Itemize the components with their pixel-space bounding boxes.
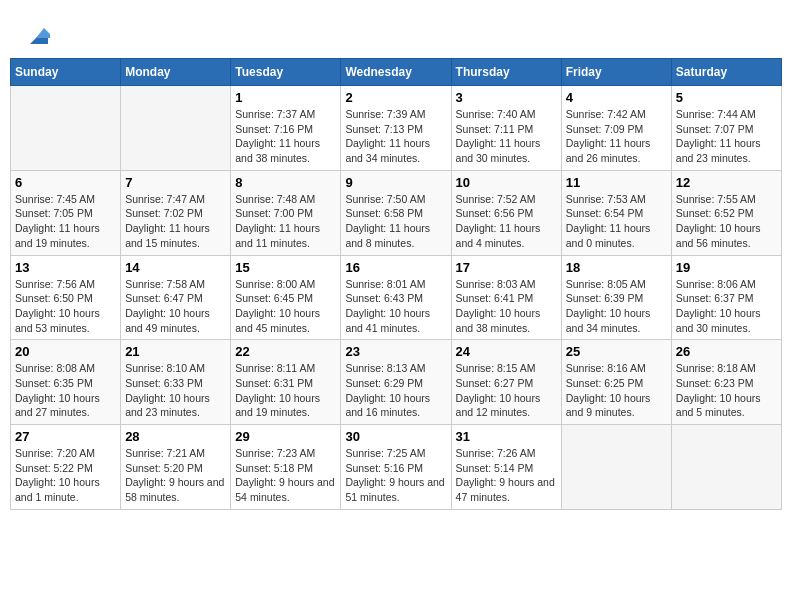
day-number: 25	[566, 344, 667, 359]
day-number: 26	[676, 344, 777, 359]
day-of-week-header: Tuesday	[231, 59, 341, 86]
calendar-header: SundayMondayTuesdayWednesdayThursdayFrid…	[11, 59, 782, 86]
day-number: 8	[235, 175, 336, 190]
day-info: Sunrise: 7:55 AM Sunset: 6:52 PM Dayligh…	[676, 192, 777, 251]
calendar-cell: 22Sunrise: 8:11 AM Sunset: 6:31 PM Dayli…	[231, 340, 341, 425]
day-info: Sunrise: 7:40 AM Sunset: 7:11 PM Dayligh…	[456, 107, 557, 166]
day-info: Sunrise: 7:53 AM Sunset: 6:54 PM Dayligh…	[566, 192, 667, 251]
calendar-cell: 8Sunrise: 7:48 AM Sunset: 7:00 PM Daylig…	[231, 170, 341, 255]
calendar-cell: 30Sunrise: 7:25 AM Sunset: 5:16 PM Dayli…	[341, 425, 451, 510]
calendar-cell	[561, 425, 671, 510]
calendar-cell: 20Sunrise: 8:08 AM Sunset: 6:35 PM Dayli…	[11, 340, 121, 425]
calendar-cell: 4Sunrise: 7:42 AM Sunset: 7:09 PM Daylig…	[561, 86, 671, 171]
day-number: 15	[235, 260, 336, 275]
calendar-cell: 23Sunrise: 8:13 AM Sunset: 6:29 PM Dayli…	[341, 340, 451, 425]
day-number: 21	[125, 344, 226, 359]
logo	[20, 20, 50, 48]
calendar-cell: 18Sunrise: 8:05 AM Sunset: 6:39 PM Dayli…	[561, 255, 671, 340]
calendar-cell: 12Sunrise: 7:55 AM Sunset: 6:52 PM Dayli…	[671, 170, 781, 255]
day-number: 19	[676, 260, 777, 275]
calendar-cell: 28Sunrise: 7:21 AM Sunset: 5:20 PM Dayli…	[121, 425, 231, 510]
day-number: 31	[456, 429, 557, 444]
page-header	[10, 10, 782, 53]
day-number: 29	[235, 429, 336, 444]
day-info: Sunrise: 8:00 AM Sunset: 6:45 PM Dayligh…	[235, 277, 336, 336]
calendar-cell	[11, 86, 121, 171]
day-of-week-header: Monday	[121, 59, 231, 86]
calendar-cell: 19Sunrise: 8:06 AM Sunset: 6:37 PM Dayli…	[671, 255, 781, 340]
day-number: 6	[15, 175, 116, 190]
day-number: 5	[676, 90, 777, 105]
day-number: 17	[456, 260, 557, 275]
day-number: 28	[125, 429, 226, 444]
calendar-cell: 25Sunrise: 8:16 AM Sunset: 6:25 PM Dayli…	[561, 340, 671, 425]
calendar-cell: 6Sunrise: 7:45 AM Sunset: 7:05 PM Daylig…	[11, 170, 121, 255]
day-info: Sunrise: 7:37 AM Sunset: 7:16 PM Dayligh…	[235, 107, 336, 166]
calendar-cell: 17Sunrise: 8:03 AM Sunset: 6:41 PM Dayli…	[451, 255, 561, 340]
day-number: 1	[235, 90, 336, 105]
day-info: Sunrise: 7:23 AM Sunset: 5:18 PM Dayligh…	[235, 446, 336, 505]
day-number: 3	[456, 90, 557, 105]
day-info: Sunrise: 7:44 AM Sunset: 7:07 PM Dayligh…	[676, 107, 777, 166]
day-of-week-header: Sunday	[11, 59, 121, 86]
calendar-cell: 13Sunrise: 7:56 AM Sunset: 6:50 PM Dayli…	[11, 255, 121, 340]
day-info: Sunrise: 7:58 AM Sunset: 6:47 PM Dayligh…	[125, 277, 226, 336]
calendar-cell: 24Sunrise: 8:15 AM Sunset: 6:27 PM Dayli…	[451, 340, 561, 425]
day-info: Sunrise: 8:16 AM Sunset: 6:25 PM Dayligh…	[566, 361, 667, 420]
logo-icon	[22, 20, 50, 48]
calendar-cell	[121, 86, 231, 171]
day-number: 22	[235, 344, 336, 359]
day-info: Sunrise: 7:56 AM Sunset: 6:50 PM Dayligh…	[15, 277, 116, 336]
day-of-week-header: Wednesday	[341, 59, 451, 86]
day-number: 2	[345, 90, 446, 105]
day-info: Sunrise: 7:21 AM Sunset: 5:20 PM Dayligh…	[125, 446, 226, 505]
day-info: Sunrise: 8:03 AM Sunset: 6:41 PM Dayligh…	[456, 277, 557, 336]
day-info: Sunrise: 8:05 AM Sunset: 6:39 PM Dayligh…	[566, 277, 667, 336]
day-info: Sunrise: 7:42 AM Sunset: 7:09 PM Dayligh…	[566, 107, 667, 166]
day-number: 16	[345, 260, 446, 275]
calendar-table: SundayMondayTuesdayWednesdayThursdayFrid…	[10, 58, 782, 510]
calendar-cell: 15Sunrise: 8:00 AM Sunset: 6:45 PM Dayli…	[231, 255, 341, 340]
day-number: 24	[456, 344, 557, 359]
calendar-cell: 10Sunrise: 7:52 AM Sunset: 6:56 PM Dayli…	[451, 170, 561, 255]
day-info: Sunrise: 8:15 AM Sunset: 6:27 PM Dayligh…	[456, 361, 557, 420]
day-number: 23	[345, 344, 446, 359]
day-number: 30	[345, 429, 446, 444]
calendar-cell: 21Sunrise: 8:10 AM Sunset: 6:33 PM Dayli…	[121, 340, 231, 425]
calendar-cell: 14Sunrise: 7:58 AM Sunset: 6:47 PM Dayli…	[121, 255, 231, 340]
day-info: Sunrise: 8:06 AM Sunset: 6:37 PM Dayligh…	[676, 277, 777, 336]
calendar-cell: 16Sunrise: 8:01 AM Sunset: 6:43 PM Dayli…	[341, 255, 451, 340]
calendar-cell: 2Sunrise: 7:39 AM Sunset: 7:13 PM Daylig…	[341, 86, 451, 171]
calendar-cell: 9Sunrise: 7:50 AM Sunset: 6:58 PM Daylig…	[341, 170, 451, 255]
day-info: Sunrise: 8:01 AM Sunset: 6:43 PM Dayligh…	[345, 277, 446, 336]
svg-marker-1	[36, 28, 50, 38]
day-info: Sunrise: 7:26 AM Sunset: 5:14 PM Dayligh…	[456, 446, 557, 505]
day-info: Sunrise: 7:39 AM Sunset: 7:13 PM Dayligh…	[345, 107, 446, 166]
day-info: Sunrise: 7:50 AM Sunset: 6:58 PM Dayligh…	[345, 192, 446, 251]
day-of-week-header: Saturday	[671, 59, 781, 86]
calendar-cell	[671, 425, 781, 510]
day-number: 20	[15, 344, 116, 359]
day-info: Sunrise: 8:13 AM Sunset: 6:29 PM Dayligh…	[345, 361, 446, 420]
calendar-cell: 7Sunrise: 7:47 AM Sunset: 7:02 PM Daylig…	[121, 170, 231, 255]
day-number: 11	[566, 175, 667, 190]
day-number: 9	[345, 175, 446, 190]
day-info: Sunrise: 8:11 AM Sunset: 6:31 PM Dayligh…	[235, 361, 336, 420]
day-info: Sunrise: 7:20 AM Sunset: 5:22 PM Dayligh…	[15, 446, 116, 505]
day-info: Sunrise: 8:08 AM Sunset: 6:35 PM Dayligh…	[15, 361, 116, 420]
day-number: 7	[125, 175, 226, 190]
day-number: 14	[125, 260, 226, 275]
calendar-cell: 26Sunrise: 8:18 AM Sunset: 6:23 PM Dayli…	[671, 340, 781, 425]
day-info: Sunrise: 7:48 AM Sunset: 7:00 PM Dayligh…	[235, 192, 336, 251]
day-number: 4	[566, 90, 667, 105]
day-info: Sunrise: 7:52 AM Sunset: 6:56 PM Dayligh…	[456, 192, 557, 251]
day-number: 12	[676, 175, 777, 190]
calendar-cell: 27Sunrise: 7:20 AM Sunset: 5:22 PM Dayli…	[11, 425, 121, 510]
day-info: Sunrise: 7:45 AM Sunset: 7:05 PM Dayligh…	[15, 192, 116, 251]
calendar-cell: 29Sunrise: 7:23 AM Sunset: 5:18 PM Dayli…	[231, 425, 341, 510]
day-number: 27	[15, 429, 116, 444]
day-of-week-header: Thursday	[451, 59, 561, 86]
day-number: 10	[456, 175, 557, 190]
calendar-cell: 3Sunrise: 7:40 AM Sunset: 7:11 PM Daylig…	[451, 86, 561, 171]
calendar-cell: 11Sunrise: 7:53 AM Sunset: 6:54 PM Dayli…	[561, 170, 671, 255]
